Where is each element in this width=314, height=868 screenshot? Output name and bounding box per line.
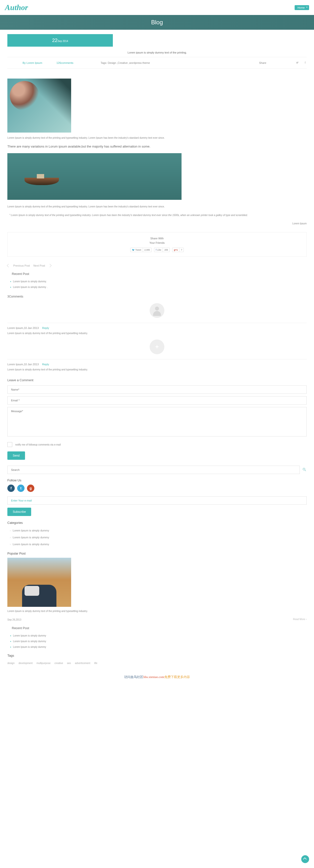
post-author: By Lorem Ipsum (7, 61, 56, 64)
post-quote: " Lorem Ipsum is simply dummy text of th… (7, 213, 307, 217)
gplus-button[interactable]: g+1? (172, 248, 184, 252)
tag-link[interactable]: adverticement (75, 662, 90, 664)
facebook-link[interactable]: f (7, 485, 15, 492)
tags-heading: Tags (7, 654, 307, 657)
email-field[interactable] (7, 396, 307, 405)
home-dropdown[interactable]: Home (294, 5, 309, 10)
comment-author-date: Lorem Ipsum,10 Jan 2013 (7, 363, 39, 366)
page-banner: Blog (0, 15, 314, 30)
avatar-placeholder-icon (150, 303, 164, 318)
share-box: Share With Your Friends 🐦Tweet2,085 fLik… (7, 232, 307, 257)
recent-post-item[interactable]: Lorem Ipsum is simply dummy (7, 633, 307, 639)
tag-link[interactable]: creative (55, 662, 63, 664)
comment-text: Lorem Ipsum is simply dummy text of the … (7, 368, 307, 371)
gplus-link[interactable]: g (27, 485, 34, 492)
date-day: 22 (52, 37, 57, 43)
popular-heading: Popular Post (7, 552, 307, 555)
follow-heading: Follow Us (7, 478, 307, 482)
search-icon[interactable] (302, 467, 307, 472)
notify-label: notify me of followup comments via e-mai… (15, 443, 61, 446)
post-paragraph: Lorem Ipsum is simply dummy text of the … (7, 205, 307, 209)
post-image-1 (7, 79, 71, 132)
post-comments-count[interactable]: 126comments (56, 61, 101, 64)
twitter-icon[interactable] (296, 61, 299, 65)
share-label: Share (259, 61, 288, 64)
tweet-button[interactable]: 🐦Tweet2,085 (130, 248, 152, 252)
facebook-icon[interactable] (304, 61, 307, 65)
recent-post-item[interactable]: Lorem Ipsum is simply dummy (7, 644, 307, 650)
post-title: Lorem ipsum is simply dummy text of the … (7, 46, 307, 57)
post-subheading: There are many variations in Lorum ipsum… (7, 145, 307, 148)
comment-author-date: Lorem Ipsum,10 Jan 2013 (7, 327, 39, 330)
post-tags: Tags: Design ,Creative ,wordpress theme (101, 61, 259, 64)
tag-link[interactable]: multipurpose (36, 662, 51, 664)
message-field[interactable] (7, 407, 307, 436)
post-image-2 (7, 153, 182, 200)
category-item[interactable]: Lorem Ipsum is simply dummy (7, 534, 307, 541)
notify-checkbox[interactable] (7, 442, 12, 447)
categories-heading: Categories (7, 521, 307, 525)
quote-source: Lorem Ipsum (7, 222, 307, 225)
search-input[interactable] (7, 466, 300, 474)
category-item[interactable]: Lorem Ipsum is simply dummy (7, 541, 307, 548)
post-paragraph: Lorem Ipsum is simply dummy text of the … (7, 136, 307, 140)
comments-heading: 3Comments (7, 295, 307, 298)
tag-link[interactable]: seo (67, 662, 71, 664)
footer-text: 访问血鸟社区bbs.xieniao.com免费下载更多内容 (0, 672, 314, 682)
popular-post-date: Sep 26,2013 (7, 618, 21, 621)
date-rest: Sep 2014 (58, 40, 68, 42)
read-more-link[interactable]: Read More (293, 618, 307, 621)
comment-text: Lorem Ipsum is simply dummy text of the … (7, 332, 307, 335)
tag-link[interactable]: design (7, 662, 14, 664)
avatar-add-icon[interactable]: + (150, 340, 164, 354)
category-item[interactable]: Lorem Ipsum is simply dummy (7, 527, 307, 534)
popular-post-image[interactable] (7, 558, 71, 607)
recent-post-item[interactable]: Lorem Ipsum is simply dummy. (7, 279, 307, 284)
page-title: Blog (151, 19, 163, 26)
post-date-badge: 22Sep 2014 (7, 34, 113, 46)
name-field[interactable] (7, 385, 307, 394)
recent-post-heading-2: Recent Post (7, 626, 307, 630)
next-post-link[interactable]: Next Post (33, 264, 45, 267)
recent-post-heading: Recent Post (7, 272, 307, 276)
prev-post-link[interactable]: Previous Post (13, 264, 30, 267)
recent-post-item[interactable]: Lorem Ipsum is simply dummy (7, 639, 307, 644)
like-button[interactable]: fLike20k (154, 248, 170, 252)
author-link[interactable]: Lorem Ipsum (27, 61, 42, 64)
send-button[interactable]: Send (7, 452, 25, 460)
tag-link[interactable]: development (19, 662, 32, 664)
subscribe-button[interactable]: Subscribe (7, 508, 31, 516)
tag-link[interactable]: life (94, 662, 97, 664)
leave-comment-heading: Leave a Comment (7, 378, 307, 382)
prev-arrow-icon[interactable] (7, 264, 10, 267)
twitter-link[interactable]: t (17, 485, 25, 492)
next-arrow-icon[interactable] (48, 264, 51, 267)
reply-link[interactable]: Reply (42, 327, 49, 330)
logo[interactable]: Author (5, 3, 28, 12)
popular-post-text: Lorem Ipsum is simply dummy text of the … (7, 609, 307, 613)
subscribe-email-field[interactable] (7, 496, 307, 505)
reply-link[interactable]: Reply (42, 363, 49, 366)
recent-post-item[interactable]: Lorem Ipsum is simply dummy . (7, 284, 307, 290)
